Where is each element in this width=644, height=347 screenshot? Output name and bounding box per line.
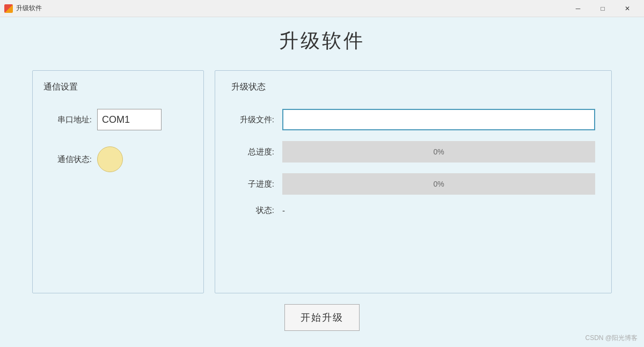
sub-progress-label: 子进度: [231, 179, 274, 189]
upgrade-file-input[interactable] [282, 109, 595, 130]
left-panel: 通信设置 串口地址: 通信状态: [32, 70, 204, 293]
comm-status-label: 通信状态: [43, 154, 92, 165]
comm-status-row: 通信状态: [43, 146, 193, 172]
close-button[interactable]: ✕ [615, 0, 640, 17]
total-progress-row: 总进度: 0% [231, 141, 595, 163]
comm-status-indicator [97, 146, 123, 172]
com-address-row: 串口地址: [43, 109, 193, 130]
left-panel-title: 通信设置 [43, 82, 193, 93]
upgrade-file-label: 升级文件: [231, 115, 274, 125]
maximize-button[interactable]: □ [590, 0, 615, 17]
bottom-area: 开始升级 [32, 293, 612, 336]
app-icon [4, 4, 13, 13]
status-row: 状态: - [231, 205, 595, 216]
upgrade-file-row: 升级文件: [231, 109, 595, 130]
sub-progress-row: 子进度: 0% [231, 173, 595, 195]
sub-progress-bar: 0% [282, 173, 595, 195]
right-panel: 升级状态 升级文件: 总进度: 0% 子进度: 0% [215, 70, 612, 293]
main-content: 升级软件 通信设置 串口地址: 通信状态: 升级状态 升级文件: [0, 17, 644, 347]
title-bar-text: 升级软件 [16, 4, 42, 13]
status-value: - [282, 206, 285, 215]
com-label: 串口地址: [43, 115, 92, 125]
panels-row: 通信设置 串口地址: 通信状态: 升级状态 升级文件: 总进度: [32, 70, 612, 293]
right-panel-title: 升级状态 [231, 82, 595, 93]
minimize-button[interactable]: ─ [566, 0, 590, 17]
com-input[interactable] [97, 109, 162, 130]
title-bar: 升级软件 ─ □ ✕ [0, 0, 644, 17]
total-progress-label: 总进度: [231, 147, 274, 157]
page-title: 升级软件 [32, 28, 612, 54]
status-label: 状态: [231, 205, 274, 216]
sub-progress-text: 0% [433, 180, 444, 188]
total-progress-text: 0% [433, 147, 444, 156]
start-upgrade-button[interactable]: 开始升级 [284, 304, 360, 331]
title-bar-controls: ─ □ ✕ [566, 0, 640, 17]
total-progress-bar: 0% [282, 141, 595, 163]
title-bar-left: 升级软件 [4, 4, 42, 13]
watermark: CSDN @阳光博客 [585, 334, 638, 343]
